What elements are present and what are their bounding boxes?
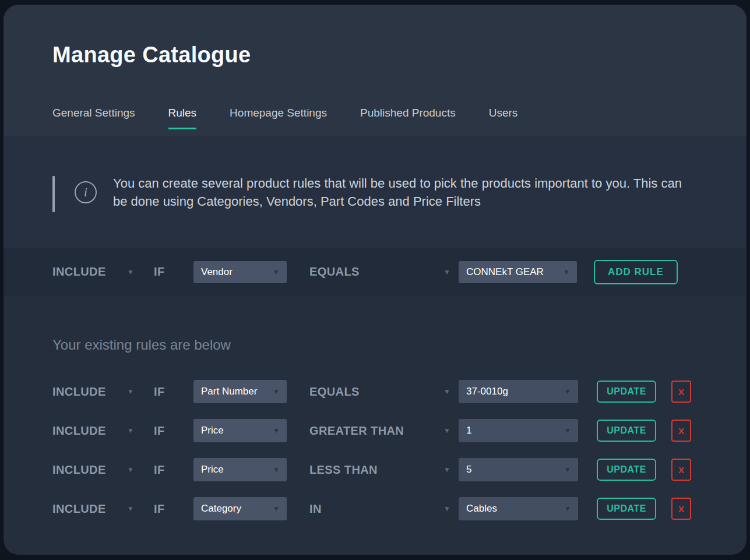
if-label: IF [154, 424, 165, 437]
update-rule-button[interactable]: UPDATE [597, 459, 656, 481]
rules-list: INCLUDE ▼ IF Part Number ▼ EQUALS ▼ 37-0… [3, 380, 747, 520]
chevron-down-icon: ▼ [127, 466, 134, 473]
chevron-down-icon: ▼ [273, 388, 280, 395]
info-text: You can create several product rules tha… [113, 174, 687, 210]
if-label: IF [154, 265, 165, 278]
rule-row: INCLUDE ▼ IF Price ▼ GREATER THAN ▼ 1 ▼ … [3, 419, 747, 442]
rule-action-label: INCLUDE [52, 424, 106, 438]
builder-value-select[interactable]: CONNEkT GEAR ▼ [459, 261, 577, 283]
chevron-down-icon: ▼ [273, 427, 280, 434]
builder-value: CONNEkT GEAR [466, 266, 544, 278]
rule-field-value: Part Number [201, 386, 257, 397]
header: Manage Catalogue General Settings Rules … [3, 5, 747, 136]
tab-label: Published Products [360, 107, 456, 119]
if-label: IF [154, 502, 165, 515]
rule-field-select[interactable]: Category ▼ [193, 497, 287, 520]
rule-if: IF [134, 385, 193, 399]
tabs: General Settings Rules Homepage Settings… [52, 106, 747, 129]
rule-action-label: INCLUDE [52, 385, 106, 399]
builder-condition-select[interactable]: EQUALS ▼ [309, 265, 459, 279]
chevron-down-icon: ▼ [443, 427, 450, 434]
rule-value-select[interactable]: Cables ▼ [459, 497, 578, 520]
rule-action-select[interactable]: INCLUDE ▼ [52, 502, 134, 516]
rule-action-select[interactable]: INCLUDE ▼ [52, 385, 134, 399]
rule-action-select[interactable]: INCLUDE ▼ [52, 424, 134, 438]
tab-rules[interactable]: Rules [168, 106, 197, 129]
update-rule-button[interactable]: UPDATE [597, 420, 656, 442]
rule-value-select[interactable]: 1 ▼ [459, 419, 578, 442]
rule-field-value: Price [201, 464, 224, 476]
rule-value: 37-0010g [466, 386, 508, 397]
tab-label: Homepage Settings [230, 107, 327, 119]
rule-field-select[interactable]: Part Number ▼ [193, 380, 287, 403]
rule-value: Cables [466, 503, 497, 515]
rule-if: IF [134, 463, 193, 477]
chevron-down-icon: ▼ [564, 427, 571, 434]
rule-action-label: INCLUDE [52, 463, 106, 477]
chevron-down-icon: ▼ [273, 505, 280, 512]
rule-condition-select[interactable]: EQUALS ▼ [309, 385, 459, 399]
update-rule-button[interactable]: UPDATE [597, 498, 656, 520]
chevron-down-icon: ▼ [443, 505, 450, 512]
manage-catalogue-window: Manage Catalogue General Settings Rules … [3, 5, 747, 555]
rule-value: 1 [466, 425, 471, 436]
rule-condition-label: IN [309, 502, 322, 516]
rule-row: INCLUDE ▼ IF Price ▼ LESS THAN ▼ 5 ▼ UPD… [3, 458, 747, 481]
tab-users[interactable]: Users [489, 106, 518, 129]
chevron-down-icon: ▼ [443, 388, 450, 395]
chevron-down-icon: ▼ [273, 466, 280, 473]
rule-action-select[interactable]: INCLUDE ▼ [52, 463, 134, 477]
info-section: i You can create several product rules t… [3, 136, 747, 248]
tab-label: Rules [168, 107, 197, 119]
rule-builder: INCLUDE ▼ IF Vendor ▼ EQUALS ▼ CONNEkT G… [3, 248, 747, 296]
chevron-down-icon: ▼ [273, 269, 280, 276]
chevron-down-icon: ▼ [127, 427, 134, 434]
builder-field-select[interactable]: Vendor ▼ [193, 261, 287, 283]
rule-condition-label: GREATER THAN [309, 424, 404, 438]
tab-homepage-settings[interactable]: Homepage Settings [230, 106, 327, 129]
builder-condition-label: EQUALS [309, 265, 360, 279]
rule-value-select[interactable]: 5 ▼ [459, 458, 578, 481]
rule-action-label: INCLUDE [52, 502, 106, 516]
rule-field-select[interactable]: Price ▼ [193, 419, 287, 442]
existing-rules-heading: Your existing rules are below [3, 337, 747, 353]
rule-field-select[interactable]: Price ▼ [193, 458, 287, 481]
rule-row: INCLUDE ▼ IF Category ▼ IN ▼ Cables ▼ UP… [3, 497, 747, 520]
tab-label: General Settings [52, 107, 135, 119]
tab-label: Users [489, 107, 518, 119]
chevron-down-icon: ▼ [127, 505, 134, 512]
chevron-down-icon: ▼ [127, 388, 134, 395]
chevron-down-icon: ▼ [443, 269, 450, 276]
rule-field-value: Category [201, 503, 241, 515]
delete-rule-button[interactable]: X [671, 459, 691, 481]
builder-action-select[interactable]: INCLUDE ▼ [52, 265, 134, 279]
existing-rules-section: Your existing rules are below INCLUDE ▼ … [3, 296, 747, 520]
update-rule-button[interactable]: UPDATE [597, 381, 656, 403]
rule-if: IF [134, 424, 193, 438]
add-rule-button[interactable]: ADD RULE [594, 260, 678, 284]
tab-published-products[interactable]: Published Products [360, 106, 456, 129]
rule-value: 5 [466, 464, 471, 476]
chevron-down-icon: ▼ [563, 269, 570, 276]
info-accent-bar [52, 176, 55, 212]
if-label: IF [154, 463, 165, 476]
builder-field-value: Vendor [201, 266, 233, 278]
chevron-down-icon: ▼ [127, 269, 134, 276]
delete-rule-button[interactable]: X [671, 498, 691, 520]
builder-action-label: INCLUDE [52, 265, 106, 279]
rule-condition-select[interactable]: IN ▼ [309, 502, 459, 516]
rule-row: INCLUDE ▼ IF Part Number ▼ EQUALS ▼ 37-0… [3, 380, 747, 403]
chevron-down-icon: ▼ [564, 466, 571, 473]
delete-rule-button[interactable]: X [671, 381, 691, 403]
chevron-down-icon: ▼ [564, 505, 571, 512]
rule-condition-label: LESS THAN [309, 463, 378, 477]
rule-condition-label: EQUALS [309, 385, 360, 399]
info-icon: i [75, 181, 97, 203]
rule-condition-select[interactable]: LESS THAN ▼ [309, 463, 459, 477]
delete-rule-button[interactable]: X [671, 420, 691, 442]
tab-general-settings[interactable]: General Settings [52, 106, 135, 129]
if-label: IF [154, 385, 165, 398]
rule-value-select[interactable]: 37-0010g ▼ [459, 380, 578, 403]
page-title: Manage Catalogue [52, 42, 747, 68]
rule-condition-select[interactable]: GREATER THAN ▼ [309, 424, 459, 438]
